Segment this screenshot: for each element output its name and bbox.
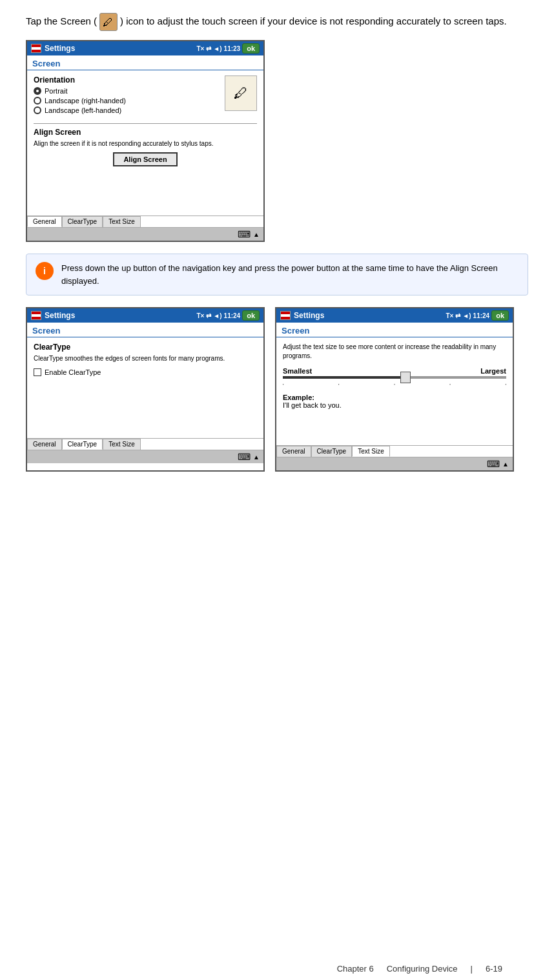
screen-tap-icon: [99, 13, 118, 31]
slider-fill: [283, 376, 405, 379]
enable-cleartype-row[interactable]: Enable ClearType: [34, 368, 257, 376]
radio-landscape-left-btn[interactable]: [34, 106, 41, 114]
screen2-content: ClearType ClearType smoothes the edges o…: [27, 337, 263, 381]
screen1-spacer: [27, 172, 263, 210]
screen2-tab-cleartype[interactable]: ClearType: [62, 439, 103, 450]
screen3-spacer: [276, 414, 513, 440]
align-screen-title: Align Screen: [34, 128, 257, 137]
orientation-options: Orientation Portrait Landscape (right-ha…: [34, 75, 126, 119]
titlebar-icons: T× ⇄ ◄) 11:23 ok: [196, 43, 260, 54]
screen3-ok-button[interactable]: ok: [491, 310, 509, 321]
screen2-titlebar-left: Settings: [31, 311, 75, 320]
radio-portrait-btn[interactable]: [34, 87, 41, 95]
screen1-content: Orientation Portrait Landscape (right-ha…: [27, 70, 263, 172]
screen2-arrow-up-icon: ▲: [253, 454, 260, 461]
radio-landscape-right-btn[interactable]: [34, 97, 41, 105]
titlebar-app-name: Settings: [45, 44, 75, 53]
screen3-titlebar-left: Settings: [280, 311, 324, 320]
screen3-taskbar: ⌨ ▲: [276, 457, 513, 470]
radio-landscape-left-label: Landscape (left-handed): [45, 106, 121, 114]
two-screens-row: Settings T× ⇄ ◄) 11:24 ok Screen ClearTy…: [26, 307, 528, 472]
screen2-keyboard-icon[interactable]: ⌨: [238, 452, 251, 462]
screen3-arrow-up-icon: ▲: [502, 461, 509, 468]
screen1-frame: Settings T× ⇄ ◄) 11:23 ok Screen Orienta…: [26, 40, 265, 242]
screen1-header: Screen: [27, 55, 263, 70]
screen2-spacer: [27, 381, 263, 433]
screen2-taskbar: ⌨ ▲: [27, 450, 263, 463]
screen2-tab-textsize[interactable]: Text Size: [103, 439, 141, 450]
screen3-tabs: General ClearType Text Size: [276, 445, 513, 457]
cleartype-checkbox[interactable]: [34, 368, 41, 376]
screen3-volume-icon: ◄): [462, 312, 471, 319]
orientation-title: Orientation: [34, 75, 126, 85]
signal-icon: T×: [196, 45, 204, 52]
intro-paragraph: Tap the Screen () icon to adjust the tou…: [26, 13, 528, 31]
screen2-header: Screen: [27, 323, 263, 337]
radio-portrait[interactable]: Portrait: [34, 87, 126, 95]
screen2-signal-icon: T×: [196, 312, 204, 319]
time-display: 11:23: [224, 45, 241, 52]
slider-ticks: ' ' ' ' ': [283, 383, 506, 388]
screen1-tabs: General ClearType Text Size: [27, 215, 263, 227]
largest-label: Largest: [480, 367, 506, 375]
radio-landscape-right-label: Landscape (right-handed): [45, 97, 126, 105]
screen2-titlebar: Settings T× ⇄ ◄) 11:24 ok: [27, 308, 263, 323]
screen1-titlebar: Settings T× ⇄ ◄) 11:23 ok: [27, 41, 263, 55]
orientation-preview-icon: 🖊: [225, 75, 257, 111]
ok-button[interactable]: ok: [242, 43, 260, 54]
example-label: Example:: [283, 394, 506, 401]
page-footer: Chapter 6 Configuring Device | 6-19: [337, 964, 502, 974]
footer-topic: Configuring Device: [387, 964, 458, 974]
screen3-app-name: Settings: [294, 311, 324, 320]
screen2-tab-general[interactable]: General: [27, 439, 62, 450]
align-screen-section: Align Screen Align the screen if it is n…: [34, 128, 257, 166]
screen3-titlebar: Settings T× ⇄ ◄) 11:24 ok: [276, 308, 513, 323]
slider-thumb[interactable]: [400, 372, 411, 383]
radio-landscape-right[interactable]: Landscape (right-handed): [34, 97, 126, 105]
tab-general[interactable]: General: [27, 216, 62, 227]
radio-landscape-left[interactable]: Landscape (left-handed): [34, 106, 126, 114]
page-content: Tap the Screen () icon to adjust the tou…: [26, 13, 528, 980]
footer-chapter: Chapter 6: [337, 964, 374, 974]
connection-icon: ⇄: [206, 45, 211, 52]
screen3-tab-textsize[interactable]: Text Size: [352, 446, 390, 457]
cleartype-checkbox-label: Enable ClearType: [45, 368, 101, 376]
example-text: I'll get back to you.: [283, 401, 506, 409]
screen3-keyboard-icon[interactable]: ⌨: [487, 459, 500, 469]
screen2-app-name: Settings: [45, 311, 75, 320]
volume-icon: ◄): [213, 45, 221, 52]
windows-flag-icon: [31, 44, 41, 53]
screen3-header: Screen: [276, 323, 513, 337]
screen3-time: 11:24: [473, 312, 490, 319]
screen3-flag-icon: [280, 311, 291, 320]
screen3-tab-general[interactable]: General: [276, 446, 311, 457]
footer-separator: |: [471, 964, 473, 974]
orientation-section: Orientation Portrait Landscape (right-ha…: [34, 75, 257, 119]
screen3-tab-cleartype[interactable]: ClearType: [311, 446, 353, 457]
info-icon: i: [36, 262, 54, 280]
intro-text-part2: ) icon to adjust the touch screen if you…: [120, 15, 507, 26]
size-labels-row: Smallest Largest: [283, 367, 506, 375]
screen2-connection-icon: ⇄: [206, 312, 211, 319]
screen3-frame: Settings T× ⇄ ◄) 11:24 ok Screen Adjust …: [275, 307, 514, 472]
keyboard-icon[interactable]: ⌨: [238, 229, 251, 239]
tab-cleartype[interactable]: ClearType: [62, 216, 103, 227]
align-screen-button[interactable]: Align Screen: [113, 152, 177, 166]
screen2-time: 11:24: [224, 312, 241, 319]
footer-page-number: 6-19: [486, 964, 502, 974]
screen2-flag-icon: [31, 311, 41, 320]
text-size-slider[interactable]: [283, 376, 506, 379]
tab-textsize[interactable]: Text Size: [103, 216, 141, 227]
screen2-ok-button[interactable]: ok: [242, 310, 260, 321]
arrow-up-icon: ▲: [253, 231, 260, 238]
screen2-frame: Settings T× ⇄ ◄) 11:24 ok Screen ClearTy…: [26, 307, 265, 472]
screen2-titlebar-icons: T× ⇄ ◄) 11:24 ok: [196, 310, 260, 321]
info-note-text: Press down the up button of the navigati…: [61, 262, 518, 287]
align-screen-desc: Align the screen if it is not responding…: [34, 139, 257, 148]
smallest-label: Smallest: [283, 367, 312, 375]
screen2-volume-icon: ◄): [213, 312, 221, 319]
radio-group: Portrait Landscape (right-handed) Landsc…: [34, 87, 126, 114]
screen3-content: Adjust the text size to see more content…: [276, 337, 513, 414]
cleartype-desc: ClearType smoothes the edges of screen f…: [34, 354, 257, 363]
divider1: [34, 123, 257, 124]
